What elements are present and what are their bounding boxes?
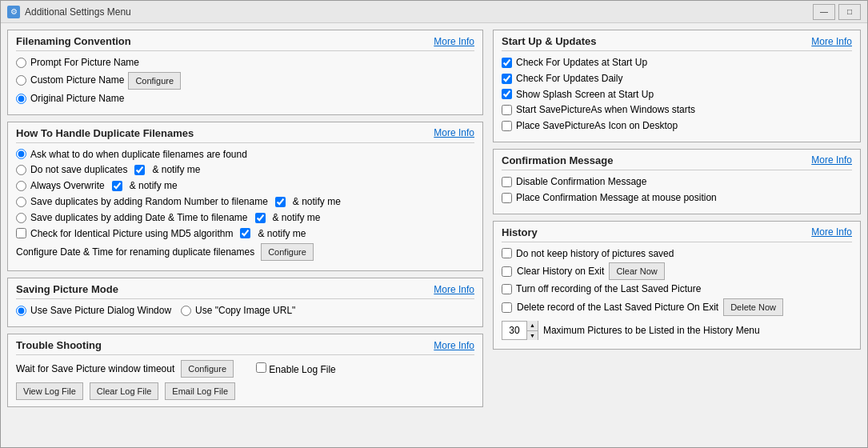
saving-more-info[interactable]: More Info bbox=[434, 284, 474, 295]
ask-label: Ask what to do when duplicate filenames … bbox=[30, 148, 247, 162]
turn-off-last-option: Turn off recording of the Last Saved Pic… bbox=[502, 282, 852, 296]
disable-confirm-checkbox[interactable] bbox=[502, 177, 512, 187]
original-label: Original Picture Name bbox=[30, 92, 124, 106]
spinner-down-button[interactable]: ▼ bbox=[527, 331, 538, 341]
custom-label: Custom Picture Name bbox=[30, 74, 124, 87]
save-dialog-label: Use Save Picture Dialog Window bbox=[30, 304, 171, 318]
startup-more-info[interactable]: More Info bbox=[811, 36, 852, 47]
history-more-info[interactable]: More Info bbox=[811, 226, 852, 238]
no-history-checkbox[interactable] bbox=[502, 248, 512, 258]
check-daily-checkbox[interactable] bbox=[502, 74, 512, 84]
configure-date-label: Configure Date & Time for renaming dupli… bbox=[16, 246, 254, 258]
nosave-notify-checkbox[interactable] bbox=[134, 165, 145, 175]
save-dialog-option: Use Save Picture Dialog Window bbox=[16, 304, 171, 318]
filenaming-header: Filenaming Convention More Info bbox=[16, 35, 474, 51]
confirmation-header: Confirmation Message More Info bbox=[502, 154, 852, 170]
ask-radio[interactable] bbox=[16, 149, 26, 159]
confirmation-more-info[interactable]: More Info bbox=[811, 154, 852, 166]
max-pictures-input[interactable] bbox=[502, 325, 526, 336]
history-header: History More Info bbox=[502, 226, 852, 242]
filenaming-title: Filenaming Convention bbox=[16, 35, 131, 47]
app-icon: ⚙ bbox=[7, 6, 20, 18]
win-start-option: Start SavePictureAs when Windows starts bbox=[502, 103, 852, 117]
md5-notify-wrapper bbox=[240, 228, 250, 238]
mouse-pos-label: Place Confirmation Message at mouse posi… bbox=[516, 191, 717, 205]
email-log-button[interactable]: Email Log File bbox=[165, 382, 235, 400]
custom-radio[interactable] bbox=[16, 75, 26, 86]
datetime-option: Save duplicates by adding Date & Time to… bbox=[16, 211, 474, 225]
clear-exit-checkbox[interactable] bbox=[502, 266, 512, 277]
custom-configure-button[interactable]: Configure bbox=[128, 72, 181, 90]
timeout-configure-button[interactable]: Configure bbox=[181, 360, 234, 378]
random-notify-label: & notify me bbox=[293, 195, 341, 209]
desktop-icon-label: Place SavePictureAs Icon on Desktop bbox=[516, 119, 678, 133]
clear-now-button[interactable]: Clear Now bbox=[609, 262, 664, 280]
check-daily-option: Check For Updates Daily bbox=[502, 72, 852, 86]
custom-option: Custom Picture Name Configure bbox=[16, 72, 474, 90]
random-notify-wrapper bbox=[275, 197, 286, 207]
mouse-pos-option: Place Confirmation Message at mouse posi… bbox=[502, 191, 852, 205]
md5-label: Check for Identical Picture using MD5 al… bbox=[30, 227, 233, 241]
spinner-up-button[interactable]: ▲ bbox=[527, 321, 538, 331]
original-radio[interactable] bbox=[16, 94, 26, 104]
random-option: Save duplicates by adding Random Number … bbox=[16, 195, 474, 209]
duplicates-header: How To Handle Duplicate Filenames More I… bbox=[16, 127, 474, 143]
disable-confirm-label: Disable Confirmation Message bbox=[516, 175, 646, 189]
maximize-button[interactable]: □ bbox=[838, 4, 861, 20]
random-notify-checkbox[interactable] bbox=[275, 197, 286, 207]
prompt-option: Prompt For Picture Name bbox=[16, 56, 474, 70]
turn-off-last-checkbox[interactable] bbox=[502, 284, 512, 294]
datetime-radio[interactable] bbox=[16, 213, 26, 223]
max-pictures-spinner[interactable]: ▲ ▼ bbox=[502, 321, 538, 340]
duplicates-more-info[interactable]: More Info bbox=[434, 127, 474, 138]
configure-date-button[interactable]: Configure bbox=[261, 243, 314, 261]
clear-exit-row: Clear History on Exit Clear Now bbox=[502, 262, 852, 280]
random-radio[interactable] bbox=[16, 197, 26, 207]
save-dialog-radio[interactable] bbox=[16, 306, 26, 316]
datetime-notify-label: & notify me bbox=[273, 211, 321, 225]
copy-url-radio[interactable] bbox=[181, 306, 191, 316]
saving-mode-row: Use Save Picture Dialog Window Use "Copy… bbox=[16, 304, 474, 318]
datetime-notify-checkbox[interactable] bbox=[255, 213, 266, 223]
check-start-option: Check For Updates at Start Up bbox=[502, 56, 852, 70]
titlebar-left: ⚙ Additional Settings Menu bbox=[7, 6, 131, 18]
md5-checkbox[interactable] bbox=[16, 228, 26, 238]
win-start-label: Start SavePictureAs when Windows starts bbox=[516, 103, 695, 117]
mouse-pos-checkbox[interactable] bbox=[502, 193, 512, 203]
confirmation-title: Confirmation Message bbox=[502, 154, 613, 166]
win-start-checkbox[interactable] bbox=[502, 105, 512, 115]
datetime-label: Save duplicates by adding Date & Time to… bbox=[30, 211, 248, 225]
overwrite-notify-checkbox[interactable] bbox=[112, 181, 122, 191]
max-pictures-label: Maximum Pictures to be Listed in the His… bbox=[543, 325, 760, 336]
enable-log-label: Enable Log File bbox=[269, 364, 335, 375]
check-start-label: Check For Updates at Start Up bbox=[516, 56, 647, 70]
titlebar: ⚙ Additional Settings Menu — □ bbox=[1, 1, 867, 23]
enable-log-checkbox[interactable] bbox=[256, 362, 266, 373]
troubleshoot-more-info[interactable]: More Info bbox=[434, 340, 474, 351]
timeout-row: Wait for Save Picture window timeout Con… bbox=[16, 360, 474, 378]
minimize-button[interactable]: — bbox=[813, 4, 835, 20]
troubleshoot-section: Trouble Shooting More Info Wait for Save… bbox=[7, 334, 483, 407]
clear-log-button[interactable]: Clear Log File bbox=[90, 382, 158, 400]
md5-notify-label: & notify me bbox=[258, 227, 306, 241]
view-log-button[interactable]: View Log File bbox=[16, 382, 83, 400]
prompt-radio[interactable] bbox=[16, 58, 26, 68]
desktop-icon-checkbox[interactable] bbox=[502, 121, 512, 131]
md5-notify-checkbox[interactable] bbox=[240, 228, 250, 238]
no-history-option: Do not keep history of pictures saved bbox=[502, 247, 852, 261]
filenaming-section: Filenaming Convention More Info Prompt F… bbox=[7, 30, 483, 115]
check-start-checkbox[interactable] bbox=[502, 58, 512, 68]
splash-label: Show Splash Screen at Start Up bbox=[516, 88, 654, 102]
desktop-icon-option: Place SavePictureAs Icon on Desktop bbox=[502, 119, 852, 133]
overwrite-label: Always Overwrite bbox=[30, 179, 105, 193]
timeout-label: Wait for Save Picture window timeout bbox=[16, 363, 174, 374]
splash-checkbox[interactable] bbox=[502, 89, 512, 99]
delete-now-button[interactable]: Delete Now bbox=[723, 298, 783, 316]
history-section: History More Info Do not keep history of… bbox=[493, 221, 861, 350]
filenaming-more-info[interactable]: More Info bbox=[434, 36, 474, 47]
overwrite-radio[interactable] bbox=[16, 181, 26, 191]
delete-record-checkbox[interactable] bbox=[502, 302, 512, 313]
nosave-notify-label: & notify me bbox=[152, 163, 200, 177]
nosave-radio[interactable] bbox=[16, 165, 26, 175]
md5-option: Check for Identical Picture using MD5 al… bbox=[16, 227, 474, 241]
